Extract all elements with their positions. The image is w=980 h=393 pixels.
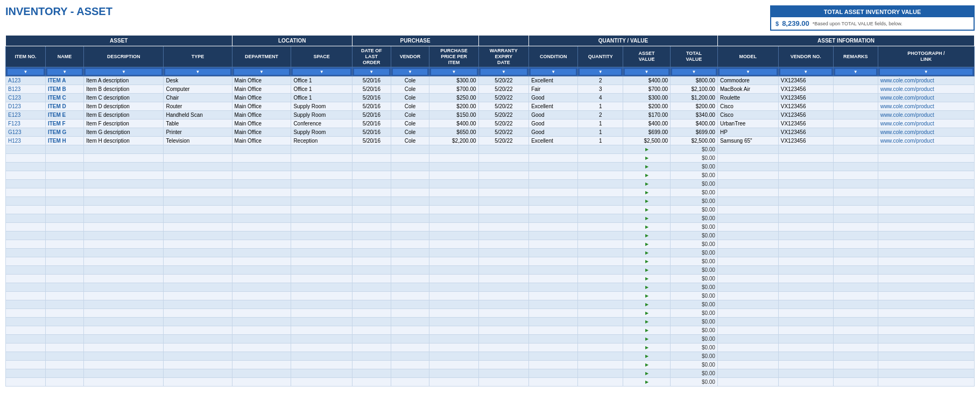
cell-empty [45,163,83,171]
cell-date: 5/20/16 [352,111,391,120]
cell-empty [45,249,83,257]
cell-asset-value-empty: ▶ [623,206,671,214]
cell-asset-value-empty: ▶ [623,154,671,163]
cell-empty [352,369,391,378]
cell-type: Handheld Scan [164,111,232,120]
empty-row: ▶$0.00 [6,266,975,275]
cell-photo-link: www.cole.com/product [878,94,974,102]
cell-vendor-no: VX123456 [778,137,833,145]
cell-empty [578,361,623,369]
empty-row: ▶$0.00 [6,180,975,188]
group-warranty [478,36,529,46]
cell-empty [878,326,974,335]
cell-empty [352,343,391,352]
filter-btn-photo-link[interactable]: ▼ [880,69,972,75]
filter-btn-price[interactable]: ▼ [431,69,476,75]
cell-empty [833,309,878,318]
filter-btn-total-value[interactable]: ▼ [672,69,716,75]
cell-empty [84,369,164,378]
table-wrapper: ASSET LOCATION PURCHASE QUANTITY / VALUE… [5,35,975,387]
cell-empty [778,309,833,318]
filter-btn-type[interactable]: ▼ [165,69,230,75]
cell-empty [232,249,291,257]
cell-condition: Excellent [529,102,578,111]
cell-total-value-empty: $0.00 [671,309,718,318]
col-description: DESCRIPTION [84,46,164,67]
cell-empty [45,154,83,163]
cell-empty [232,275,291,283]
cell-remarks [833,120,878,128]
cell-name: ITEM D [45,102,83,111]
cell-empty [391,163,429,171]
cell-empty [529,326,578,335]
filter-vendor-no[interactable]: ▼ [778,67,833,76]
cell-empty [429,180,478,188]
cell-empty [429,343,478,352]
filter-remarks[interactable]: ▼ [833,67,878,76]
filter-photo-link[interactable]: ▼ [878,67,974,76]
filter-warranty[interactable]: ▼ [478,67,529,76]
cell-quantity: 3 [578,85,623,94]
cell-asset-value-empty: ▶ [623,300,671,309]
filter-btn-name[interactable]: ▼ [47,69,82,75]
cell-empty [232,214,291,223]
filter-btn-item-no[interactable]: ▼ [8,69,44,75]
filter-name[interactable]: ▼ [45,67,83,76]
filter-btn-department[interactable]: ▼ [234,69,290,75]
cell-empty [478,361,529,369]
cell-empty [45,361,83,369]
cell-total-value-empty: $0.00 [671,171,718,180]
filter-space[interactable]: ▼ [291,67,352,76]
filter-btn-vendor-no[interactable]: ▼ [780,69,831,75]
filter-btn-model[interactable]: ▼ [720,69,777,75]
filter-type[interactable]: ▼ [164,67,232,76]
cell-space: Office 1 [291,85,352,94]
filter-btn-description[interactable]: ▼ [86,69,161,75]
cell-empty [578,240,623,249]
cell-space: Supply Room [291,128,352,137]
cell-price: $300.00 [429,76,478,85]
filter-btn-warranty[interactable]: ▼ [481,69,527,75]
cell-total-value: $340.00 [671,111,718,120]
cell-item-no: F123 [6,120,46,128]
filter-btn-space[interactable]: ▼ [293,69,350,75]
filter-asset-value[interactable]: ▼ [623,67,671,76]
empty-row: ▶$0.00 [6,369,975,378]
cell-quantity: 1 [578,137,623,145]
cell-empty [352,292,391,300]
filter-quantity[interactable]: ▼ [578,67,623,76]
cell-empty [429,292,478,300]
cell-total-value-empty: $0.00 [671,318,718,326]
filter-date[interactable]: ▼ [352,67,391,76]
table-row: H123ITEM HItem H descriptionTelevisionMa… [6,137,975,145]
filter-btn-vendor[interactable]: ▼ [393,69,427,75]
filter-vendor[interactable]: ▼ [391,67,429,76]
cell-empty [84,171,164,180]
cell-type: Television [164,137,232,145]
cell-empty [717,214,778,223]
filter-item-no[interactable]: ▼ [6,67,46,76]
cell-empty [717,249,778,257]
col-photo-link: PHOTOGRAPH /LINK [878,46,974,67]
filter-description[interactable]: ▼ [84,67,164,76]
filter-btn-remarks[interactable]: ▼ [835,69,876,75]
filter-btn-asset-value[interactable]: ▼ [625,69,668,75]
cell-empty [164,309,232,318]
filter-model[interactable]: ▼ [717,67,778,76]
cell-empty [833,154,878,163]
page-container: INVENTORY - ASSET TOTAL ASSET INVENTORY … [0,0,980,392]
filter-btn-condition[interactable]: ▼ [531,69,576,75]
filter-condition[interactable]: ▼ [529,67,578,76]
filter-total-value[interactable]: ▼ [671,67,718,76]
cell-empty [529,214,578,223]
table-row: D123ITEM DItem D descriptionRouterMain O… [6,102,975,111]
cell-empty [833,223,878,231]
filter-row[interactable]: ▼ ▼ ▼ ▼ ▼ ▼ ▼ ▼ ▼ ▼ ▼ ▼ ▼ ▼ ▼ ▼ ▼ [6,67,975,76]
filter-price[interactable]: ▼ [429,67,478,76]
filter-btn-quantity[interactable]: ▼ [580,69,621,75]
cell-empty [352,361,391,369]
cell-total-value-empty: $0.00 [671,300,718,309]
cell-empty [529,197,578,206]
filter-btn-date[interactable]: ▼ [354,69,389,75]
filter-department[interactable]: ▼ [232,67,291,76]
